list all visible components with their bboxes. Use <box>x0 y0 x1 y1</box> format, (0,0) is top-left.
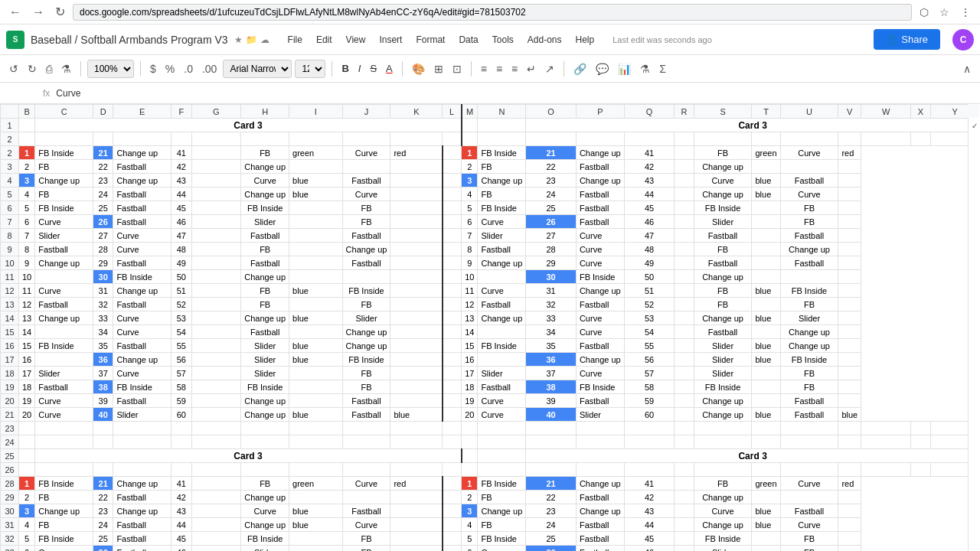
col-Q[interactable]: Q <box>624 105 675 119</box>
refresh-btn[interactable]: ↻ <box>52 3 68 21</box>
num-cell[interactable]: Slider <box>342 311 390 325</box>
row-num-cell[interactable]: 14 <box>19 325 35 339</box>
col-L[interactable]: L <box>443 105 462 119</box>
col-R[interactable]: R <box>675 105 694 119</box>
num-cell[interactable]: Change up <box>241 491 289 504</box>
col-D[interactable]: D <box>93 105 113 119</box>
comment-btn[interactable]: 💬 <box>593 61 612 77</box>
empty-cell[interactable] <box>576 463 624 477</box>
text-cell[interactable]: Curve <box>576 229 624 243</box>
text-cell[interactable]: Slider <box>576 408 624 422</box>
num-cell-r[interactable]: 25 <box>526 201 577 215</box>
empty-cell[interactable] <box>462 435 478 449</box>
num-cell-r[interactable]: 51 <box>624 284 675 298</box>
empty-cell[interactable] <box>443 160 462 174</box>
num-cell-r[interactable]: FB <box>780 380 838 394</box>
redo-btn[interactable]: ↻ <box>24 61 40 77</box>
num-cell[interactable]: 21 <box>93 477 113 491</box>
text-cell[interactable] <box>390 367 443 380</box>
num-cell-r[interactable]: FB <box>694 284 752 298</box>
num-cell-r[interactable]: 28 <box>526 243 577 256</box>
empty-cell[interactable] <box>35 435 93 449</box>
empty-cell[interactable] <box>576 132 624 146</box>
font-color-btn[interactable]: A <box>383 61 396 76</box>
num-cell[interactable]: FB <box>241 284 289 298</box>
col-G[interactable]: G <box>191 105 241 119</box>
text-cell[interactable] <box>390 201 443 215</box>
num-cell[interactable]: 60 <box>172 408 191 422</box>
text-cell[interactable]: Change up <box>576 146 624 160</box>
text-cell[interactable]: FB Inside <box>35 146 93 160</box>
text-cell[interactable] <box>191 394 241 408</box>
text-cell[interactable] <box>289 546 343 552</box>
empty-cell[interactable] <box>462 119 478 132</box>
text-cell[interactable]: Fastball <box>113 394 172 408</box>
empty-cell[interactable] <box>443 353 462 367</box>
row-num-cell-r[interactable]: 16 <box>462 353 478 367</box>
row-num-cell[interactable]: 3 <box>19 504 35 518</box>
text-cell[interactable] <box>289 201 343 215</box>
empty-cell[interactable] <box>624 422 675 435</box>
empty-cell[interactable] <box>390 463 443 477</box>
text-cell[interactable] <box>191 229 241 243</box>
text-cell[interactable] <box>675 243 694 256</box>
num-cell[interactable]: Slider <box>241 546 289 552</box>
num-cell-r[interactable] <box>780 270 838 284</box>
text-cell[interactable] <box>390 325 443 339</box>
empty-cell[interactable] <box>19 463 35 477</box>
text-cell[interactable] <box>191 284 241 298</box>
text-cell[interactable]: FB Inside <box>478 201 526 215</box>
num-cell[interactable]: 43 <box>172 174 191 187</box>
text-cell[interactable]: Change up <box>35 504 93 518</box>
num-cell-r[interactable]: 43 <box>624 504 675 518</box>
num-cell-r[interactable]: 22 <box>526 491 577 504</box>
num-cell[interactable]: 33 <box>93 311 113 325</box>
row-num-cell[interactable]: 1 <box>19 477 35 491</box>
menu-data[interactable]: Data <box>452 31 484 48</box>
text-cell[interactable] <box>675 201 694 215</box>
text-cell[interactable] <box>289 243 343 256</box>
text-cell[interactable]: Fastball <box>35 298 93 311</box>
text-cell[interactable]: Fastball <box>478 298 526 311</box>
empty-cell[interactable] <box>443 243 462 256</box>
text-cell[interactable] <box>838 270 861 284</box>
empty-cell[interactable] <box>35 422 93 435</box>
empty-cell[interactable] <box>526 132 577 146</box>
text-cell[interactable]: Fastball <box>576 215 624 229</box>
text-cell[interactable]: FB Inside <box>478 339 526 353</box>
num-cell-r[interactable]: Fastball <box>780 256 838 270</box>
text-cell[interactable]: Curve <box>35 408 93 422</box>
num-cell[interactable]: 44 <box>172 518 191 532</box>
row-num-cell-r[interactable]: 2 <box>462 160 478 174</box>
row-num-cell[interactable]: 4 <box>19 518 35 532</box>
text-cell[interactable] <box>752 160 780 174</box>
text-cell[interactable]: FB Inside <box>35 532 93 546</box>
empty-cell[interactable] <box>624 132 675 146</box>
empty-cell[interactable] <box>241 422 289 435</box>
empty-cell[interactable] <box>478 119 526 132</box>
num-cell-r[interactable]: FB Inside <box>694 201 752 215</box>
row-num-cell-r[interactable]: 14 <box>462 325 478 339</box>
num-cell[interactable]: Fastball <box>342 229 390 243</box>
text-cell[interactable] <box>838 532 861 546</box>
num-cell[interactable]: 46 <box>172 215 191 229</box>
text-cell[interactable]: FB Inside <box>478 146 526 160</box>
text-cell[interactable] <box>390 284 443 298</box>
empty-cell[interactable] <box>443 187 462 201</box>
text-cell[interactable]: Curve <box>478 284 526 298</box>
text-cell[interactable] <box>289 380 343 394</box>
empty-cell[interactable] <box>478 449 526 463</box>
menu-help[interactable]: Help <box>570 31 601 48</box>
row-num-cell-r[interactable]: 6 <box>462 546 478 552</box>
text-cell[interactable] <box>838 339 861 353</box>
num-cell[interactable]: 23 <box>93 504 113 518</box>
empty-cell[interactable] <box>93 463 113 477</box>
empty-cell[interactable] <box>443 284 462 298</box>
text-cell[interactable]: FB <box>35 518 93 532</box>
num-cell-r[interactable]: FB <box>694 146 752 160</box>
num-cell-r[interactable]: 59 <box>624 394 675 408</box>
text-cell[interactable] <box>752 546 780 552</box>
empty-cell[interactable] <box>390 422 443 435</box>
num-cell[interactable]: Curve <box>342 146 390 160</box>
num-cell[interactable]: 30 <box>93 270 113 284</box>
